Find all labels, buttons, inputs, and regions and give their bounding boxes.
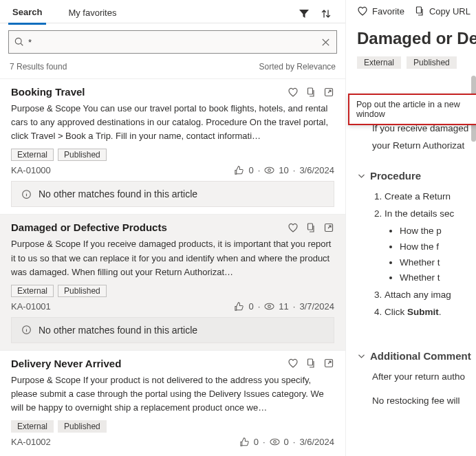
link-icon[interactable]: [305, 222, 316, 233]
result-card[interactable]: Delivery Never Arrived Purpose & Scope I…: [0, 350, 345, 456]
badge-published: Published: [58, 285, 107, 297]
results-count: 7 Results found: [10, 62, 67, 72]
badge-external: External: [11, 420, 54, 433]
svg-rect-18: [308, 359, 313, 365]
badge-published: Published: [407, 56, 457, 69]
card-views: 10: [279, 165, 288, 175]
thumbsup-icon[interactable]: [234, 301, 244, 312]
card-date: 3/6/2024: [299, 165, 334, 175]
card-views: 0: [284, 437, 289, 447]
svg-rect-22: [416, 7, 421, 13]
info-icon: [21, 189, 32, 199]
popout-icon[interactable]: [323, 358, 334, 369]
tab-search[interactable]: Search: [8, 3, 46, 25]
thumbsup-icon[interactable]: [239, 437, 250, 447]
tabs-bar: Search My favorites: [0, 0, 345, 23]
info-icon: [21, 325, 32, 335]
card-ka: KA-01000: [11, 165, 51, 175]
sort-label: Sorted by Relevance: [259, 62, 336, 72]
section-additional-body: After your return autho No restocking fe…: [353, 367, 476, 418]
card-views: 11: [279, 301, 288, 312]
heart-icon: [357, 6, 368, 17]
sort-icon[interactable]: [321, 8, 332, 19]
views-icon: [270, 437, 280, 447]
section-purpose-body: If you receive damaged your Return Autho…: [353, 119, 476, 163]
no-match-notice: No other matches found in this article: [11, 181, 334, 207]
link-icon[interactable]: [305, 358, 316, 369]
svg-point-14: [268, 305, 271, 307]
card-ka: KA-01002: [11, 437, 51, 447]
thumbsup-icon[interactable]: [234, 165, 244, 175]
results-list: Booking Travel Purpose & Scope You can u…: [0, 78, 345, 456]
card-likes: 0: [248, 301, 253, 312]
svg-point-13: [265, 303, 274, 309]
card-title: Delivery Never Arrived: [11, 358, 121, 369]
copy-icon: [414, 6, 425, 17]
favorite-button[interactable]: Favorite: [357, 6, 404, 17]
views-icon: [264, 165, 274, 175]
heart-icon[interactable]: [288, 87, 299, 98]
svg-point-6: [265, 168, 274, 173]
svg-rect-4: [308, 88, 313, 94]
clear-icon[interactable]: [321, 37, 331, 47]
card-likes: 0: [254, 437, 259, 447]
card-date: 3/7/2024: [299, 301, 334, 312]
copy-url-button[interactable]: Copy URL: [414, 6, 470, 17]
link-icon[interactable]: [305, 87, 316, 98]
search-icon: [14, 37, 24, 47]
card-desc: Purpose & Scope If you receive damaged p…: [11, 237, 334, 279]
svg-point-0: [15, 38, 21, 44]
search-input[interactable]: [28, 37, 321, 47]
chevron-down-icon: [357, 171, 366, 180]
card-desc: Purpose & Scope If your product is not d…: [11, 373, 334, 415]
heart-icon[interactable]: [288, 358, 299, 369]
svg-point-21: [273, 441, 276, 444]
article-title: Damaged or De: [353, 21, 476, 56]
chevron-down-icon: [357, 351, 366, 360]
filter-icon[interactable]: [299, 8, 310, 19]
section-procedure-heading[interactable]: Procedure: [353, 163, 476, 187]
badge-published: Published: [58, 420, 107, 433]
result-card[interactable]: Booking Travel Purpose & Scope You can u…: [0, 78, 345, 214]
card-ka: KA-01001: [11, 301, 51, 312]
card-title: Damaged or Defective Products: [11, 221, 167, 233]
views-icon: [264, 301, 274, 312]
heart-icon[interactable]: [288, 222, 299, 233]
tooltip-popout: Pop out the article in a new window: [348, 94, 476, 125]
svg-point-7: [268, 169, 271, 172]
badge-published: Published: [58, 149, 107, 161]
card-desc: Purpose & Scope You can use our travel p…: [11, 102, 334, 143]
search-box[interactable]: [8, 30, 337, 54]
card-title: Booking Travel: [11, 86, 85, 98]
no-match-notice: No other matches found in this article: [11, 317, 334, 343]
section-procedure-body: Create a Return In the details sec How t…: [353, 187, 476, 329]
tab-favorites[interactable]: My favorites: [64, 3, 120, 23]
section-additional-heading[interactable]: Additional Comment: [353, 343, 476, 367]
popout-icon[interactable]: [323, 87, 334, 98]
svg-rect-11: [308, 224, 313, 230]
svg-point-20: [270, 439, 279, 445]
badge-external: External: [11, 149, 54, 161]
badge-external: External: [11, 285, 54, 297]
card-date: 3/6/2024: [299, 437, 334, 447]
result-card[interactable]: Damaged or Defective Products Purpose & …: [0, 214, 345, 349]
badge-external: External: [357, 56, 401, 69]
popout-icon[interactable]: [323, 222, 334, 233]
svg-line-1: [21, 43, 23, 45]
card-likes: 0: [248, 165, 253, 175]
